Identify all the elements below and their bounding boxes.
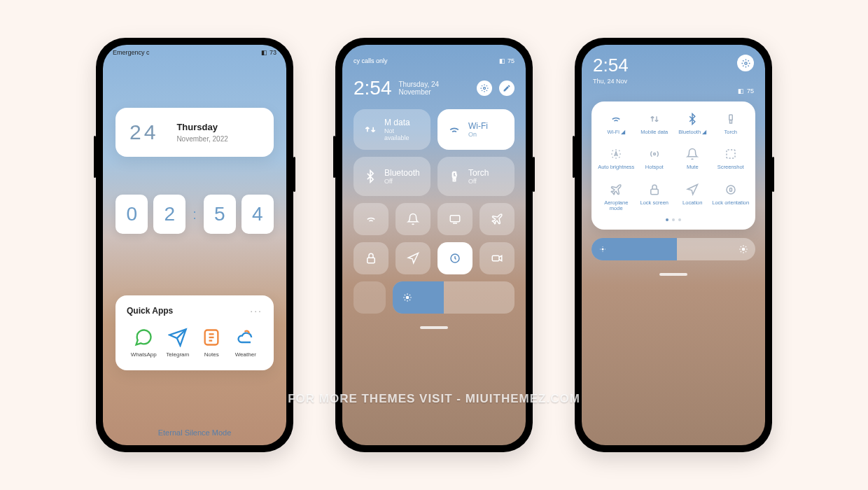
toggle-location[interactable] [396,242,430,274]
qs-mute[interactable]: Mute [673,148,712,170]
edit-icon[interactable] [499,80,514,96]
toggle-lock[interactable] [354,242,388,274]
cc-date: Thursday, 24 November [399,80,470,96]
toggle-bluetooth[interactable]: BluetoothOff [354,157,430,196]
svg-line-40 [741,251,741,252]
bluetooth-icon [686,113,699,125]
toggle-status: On [468,131,488,138]
toggle-video[interactable] [479,242,514,274]
date-weekday: Thursday [176,122,260,132]
weather-icon [236,328,255,347]
settings-icon[interactable] [737,55,754,71]
toggle-status: Off [384,178,420,185]
toggle-cast[interactable] [438,203,472,235]
svg-line-16 [405,295,405,295]
toggle-wi-fi[interactable]: Wi-FiOn [438,109,514,150]
qs-label: Lock orientation [712,200,749,206]
qs-airplane[interactable]: Aeroplane mode [597,183,636,212]
qs-wifi[interactable]: Wi-Fi ◢ [597,113,636,135]
svg-point-23 [653,153,655,155]
date-widget[interactable]: 24 Thursday November, 2022 [115,108,274,157]
toggle-status: Off [468,178,489,185]
phone-quick-settings: 2:54 Thu, 24 Nov ◧ 75 Wi-Fi ◢Mobile data… [575,38,772,452]
qs-label: Lock screen [640,200,668,206]
video-icon [491,252,503,265]
toggle-bell[interactable] [396,203,430,235]
qs-rotation[interactable]: Lock orientation [712,183,750,212]
qs-lock[interactable]: Lock screen [636,183,674,212]
qs-label: Mobile data [640,130,668,135]
clock-digit: 4 [241,195,274,234]
qs-screenshot[interactable]: Screenshot [712,148,750,170]
status-battery: ◧ 73 [261,49,276,56]
auto-brightness-toggle[interactable] [354,281,386,314]
app-label: WhatsApp [131,351,157,358]
svg-line-18 [405,300,405,300]
qs-label: Aeroplane mode [597,200,636,212]
rotation-lock-icon [449,252,461,265]
quick-apps-widget: Quick Apps ··· WhatsAppTelegramNotesWeat… [115,295,274,370]
svg-point-11 [406,296,410,300]
settings-icon[interactable] [477,80,492,96]
app-notes[interactable]: Notes [195,328,229,358]
svg-rect-25 [651,189,659,195]
qs-bluetooth[interactable]: Bluetooth ◢ [673,113,712,135]
page-indicator[interactable] [597,218,750,221]
svg-point-33 [742,248,746,251]
data-icon [648,113,661,125]
app-label: Telegram [166,351,189,358]
quick-settings-panel: Wi-Fi ◢Mobile dataBluetooth ◢TorchAuto b… [592,102,755,230]
toggle-title: Wi-Fi [468,121,488,131]
svg-line-17 [410,300,410,300]
toggle-title: Bluetooth [384,168,420,178]
auto-bright-icon [610,148,622,160]
toggle-airplane[interactable] [479,203,514,235]
svg-line-38 [741,246,741,247]
toggle-torch[interactable]: TorchOff [438,157,514,196]
notes-icon [202,328,221,347]
status-carrier: cy calls only [354,57,388,64]
airplane-icon [491,213,503,225]
clock-digit: 5 [204,195,236,234]
toggle-data[interactable]: M dataNot available [354,109,430,150]
qs-label: Mute [687,164,699,170]
qs-location[interactable]: Location [673,183,712,212]
drag-handle[interactable] [420,326,448,329]
status-carrier: Emergency c [113,49,150,56]
toggle-wifi[interactable] [354,203,388,235]
telegram-icon [168,328,188,347]
clock-digit: 0 [115,195,148,234]
svg-point-4 [484,88,486,90]
hotspot-icon [648,148,661,160]
phone-lockscreen: Emergency c ◧ 73 24 Thursday November, 2… [96,38,293,452]
brightness-slider[interactable] [592,238,755,260]
app-telegram[interactable]: Telegram [161,328,195,358]
location-icon [686,183,699,196]
qs-data[interactable]: Mobile data [636,113,674,135]
toggle-title: M data [384,118,421,127]
drag-handle[interactable] [659,273,687,276]
theme-name-label: Eternal Silence Mode [103,428,286,437]
more-icon[interactable]: ··· [250,305,262,316]
clock-digit: 2 [153,195,186,234]
toggle-status: Not available [384,127,421,141]
torch-icon [447,169,461,183]
svg-line-19 [410,295,410,295]
torch-icon [724,113,737,125]
app-weather[interactable]: Weather [229,328,263,358]
app-whatsapp[interactable]: WhatsApp [127,328,161,358]
toggle-rotation-lock[interactable] [438,242,472,274]
svg-point-20 [744,62,746,64]
airplane-icon [610,183,622,196]
date-month-year: November, 2022 [176,135,260,143]
qs-hotspot[interactable]: Hotspot [636,148,674,170]
qs-label: Torch [724,130,737,135]
rotation-icon [724,183,737,196]
qs-torch[interactable]: Torch [712,113,750,135]
clock-widget: 0 2 : 5 4 [115,195,274,234]
svg-rect-10 [492,255,499,261]
svg-rect-24 [727,150,735,158]
qs-auto-bright[interactable]: Auto brightness [597,148,636,170]
brightness-slider[interactable] [393,281,514,314]
lock-icon [648,183,661,196]
